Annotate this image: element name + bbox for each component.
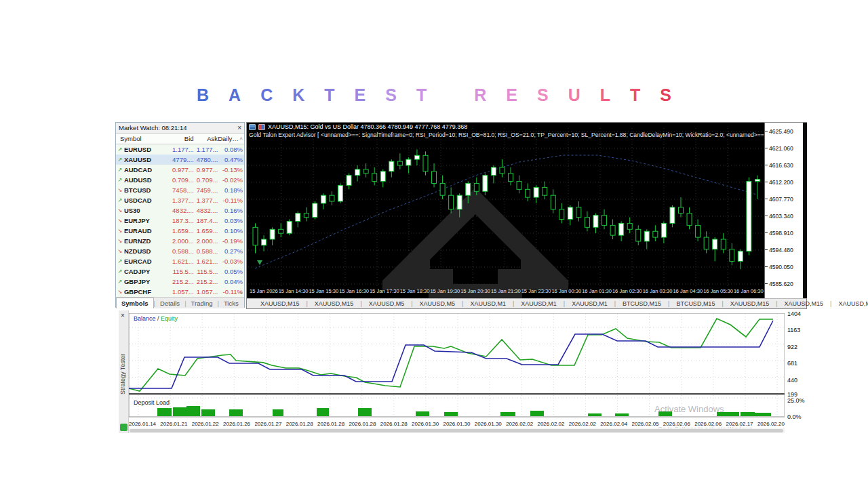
symbol-name: GBPJPY [124,278,168,285]
title-letter: B [197,85,209,105]
price-label: 4594.480 [769,247,793,253]
bid-value: 0.977... [168,166,194,174]
trend-up-icon: ↗ [116,258,124,264]
column-bid[interactable]: Bid [168,135,194,142]
title-letter: R [474,85,486,105]
candlestick-chart[interactable] [247,123,806,298]
chart-titlebar: XAUUSD,M15: Gold vs US Dollar 4780.366 4… [249,123,467,130]
price-tick [765,199,768,199]
symbol-row-eurjpy[interactable]: ↘EURJPY187.3...187.4...0.03% [116,216,244,226]
chart-tab-0[interactable]: XAUUSD,M15 [254,300,307,307]
bid-value: 215.2... [168,278,194,285]
title-letter: S [385,85,397,105]
chart-tab-1[interactable]: XAUUSD,M15 [308,300,361,307]
symbol-row-gbpchf[interactable]: ↘GBPCHF1.057...1.057...-0.11% [116,287,244,297]
price-label: 4590.050 [769,264,793,270]
market-watch-tab-symbols[interactable]: Symbols [116,298,154,308]
close-icon[interactable]: × [237,124,241,131]
market-watch-tab-details[interactable]: Details [155,298,184,308]
chart-title: XAUUSD,M15: Gold vs US Dollar 4780.366 4… [268,123,467,130]
date-label: 2026.01.30 [412,421,439,427]
bid-value: 115.5... [168,268,194,275]
chart-tab-7[interactable]: BTCUSD,M15 [616,300,668,307]
symbol-name: EURJPY [124,217,168,224]
trend-up-icon: ↗ [116,157,124,163]
symbol-row-btcusd[interactable]: ↘BTCUSD7458....7459....0.18% [116,185,244,195]
trend-down-icon: ↘ [116,218,124,224]
symbol-row-audcad[interactable]: ↗AUDCAD0.977...0.977...-0.13% [116,165,244,175]
column-ask[interactable]: Ask [194,135,218,142]
symbol-row-nzdusd[interactable]: ↘NZDUSD0.588...0.588...0.27% [116,246,244,256]
column-daily[interactable]: Daily… [218,135,238,142]
legend-balance: Balance [134,315,156,322]
date-label: 2026.01.27 [254,421,281,427]
bid-value: 1.177... [168,146,194,153]
scroll-down-icon[interactable]: ˅ [238,290,244,297]
time-label: 15 Jan 14:30 [279,288,309,294]
symbol-row-audusd[interactable]: ↗AUDUSD0.709...0.709...-0.02% [116,175,244,185]
bid-value: 1.659... [168,227,194,235]
chart-tab-9[interactable]: XAUUSD,M15 [724,300,776,307]
tester-icon [120,424,127,431]
symbol-row-cadjpy[interactable]: ↗CADJPY115.5...115.5...0.05% [116,266,244,277]
price-label: 4625.490 [769,128,793,135]
ask-value: 1.377... [194,197,218,204]
tester-vertical-label[interactable]: Strategy Tester [119,327,126,422]
symbol-list: ↗EURUSD1.177...1.177...0.08%↗XAUUSD4779.… [116,144,244,297]
balance-axis-label: 681 [787,360,797,367]
market-watch-tab-trading[interactable]: Trading [186,298,218,308]
column-symbol[interactable]: Symbol [116,135,168,142]
title-letter: E [355,85,366,105]
price-tick [765,249,768,250]
date-label: 2026.01.28 [380,421,408,427]
market-watch-header: Symbol Bid Ask Daily… ˄ [116,134,244,144]
chart-tab-8[interactable]: BTCUSD,M15 [669,300,722,307]
symbol-row-usdcad[interactable]: ↗USDCAD1.377...1.377...-0.11% [116,195,244,205]
market-watch-panel: Market Watch: 08:21:14 × Symbol Bid Ask … [115,122,245,308]
symbol-row-gbpjpy[interactable]: ↗GBPJPY215.2...215.2...0.04% [116,277,244,287]
ask-value: 1.659... [194,227,218,235]
title-letter: E [506,85,517,105]
trend-up-icon: ↗ [116,167,124,173]
symbol-row-us30[interactable]: ↘US304832....4832....0.16% [116,205,244,216]
symbol-row-euraud[interactable]: ↘EURAUD1.659...1.659...0.10% [116,226,244,236]
chart-tab-5[interactable]: XAUUSD,M1 [514,300,564,307]
time-label: 15 Jan 18:30 [400,288,430,294]
time-label: 15 Jan 2026 [250,288,278,294]
chart-tab-2[interactable]: XAUUSD,M5 [362,300,412,307]
time-label: 15 Jan 19:30 [430,288,460,294]
chart-tab-10[interactable]: XAUUSD,M15 [778,300,831,307]
horizontal-scrollbar[interactable] [129,428,785,433]
chart-tab-bar: XAUUSD,M15|XAUUSD,M15|XAUUSD,M5|XAUUSD,M… [247,298,806,308]
trend-up-icon: ↗ [116,268,124,274]
market-watch-tab-ticks[interactable]: Ticks [219,298,243,308]
chart-tab-6[interactable]: XAUUSD,M1 [565,300,614,307]
market-watch-scrollbar[interactable]: ˅ [238,144,244,297]
symbol-row-eurnzd[interactable]: ↘EURNZD2.000...2.000...-0.19% [116,236,244,246]
date-label: 2026.02.02 [506,421,533,427]
chart-tab-11[interactable]: XAUUSD,M [831,300,868,307]
chart-tab-4[interactable]: XAUUSD,M1 [463,300,513,307]
scrollbar-thumb[interactable] [130,429,783,432]
symbol-row-xauusd[interactable]: ↗XAUUSD4779....4780....0.47% [116,155,244,165]
ask-value: 0.709... [194,176,218,184]
title-letter: T [324,85,334,105]
chart-tab-3[interactable]: XAUUSD,M5 [413,300,462,307]
symbol-row-eurcad[interactable]: ↗EURCAD1.621...1.621...-0.03% [116,256,244,266]
balance-axis-label: 440 [787,377,797,384]
trend-up-icon: ↗ [116,279,124,285]
deposit-load-label: Deposit Load [134,399,170,406]
symbol-row-eurusd[interactable]: ↗EURUSD1.177...1.177...0.08% [116,144,244,155]
close-icon[interactable]: × [121,312,125,319]
ask-value: 1.177... [194,146,218,153]
title-letter: U [568,85,580,105]
price-tick [765,216,768,216]
chart-bars-icon [249,124,256,130]
symbol-name: BTCUSD [124,186,168,194]
time-label: 16 Jan 03:30 [643,288,673,294]
price-tick [765,182,768,182]
time-label: 16 Jan 00:30 [551,288,581,294]
trend-down-icon: ↘ [116,238,124,244]
scroll-up-icon[interactable]: ˄ [238,136,244,142]
activate-windows-watermark: Activate Windows [654,404,724,414]
